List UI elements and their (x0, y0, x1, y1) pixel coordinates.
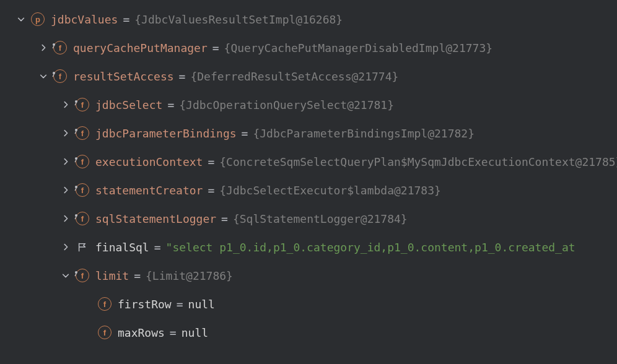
variable-name: limit (95, 269, 129, 282)
variable-name: firstRow (118, 298, 172, 311)
field-icon: f (98, 326, 112, 339)
chevron-right-icon[interactable] (59, 127, 72, 139)
field-pinned-icon: f (76, 98, 89, 111)
variable-name: statementCreator (95, 184, 203, 197)
variable-name: jdbcParameterBindings (95, 127, 237, 140)
field-pinned-icon: f (76, 269, 89, 282)
field-pinned-icon: f (53, 69, 67, 83)
equals-sign: = (208, 155, 214, 168)
variable-name: executionContext (95, 155, 203, 168)
variable-row[interactable]: fstatementCreator={JdbcSelectExecutor$la… (0, 176, 617, 204)
equals-sign: = (154, 241, 161, 254)
chevron-down-icon[interactable] (59, 269, 72, 282)
variable-row[interactable]: fjdbcSelect={JdbcOperationQuerySelect@21… (0, 90, 617, 119)
chevron-right-icon[interactable] (59, 98, 72, 111)
variable-row[interactable]: fsqlStatementLogger={SqlStatementLogger@… (0, 204, 617, 233)
field-icon: f (98, 297, 112, 311)
variable-row[interactable]: ffirstRow=null (0, 290, 617, 318)
svg-line-15 (75, 274, 76, 276)
chevron-right-icon[interactable] (59, 241, 72, 253)
variable-name: queryCachePutManager (73, 41, 208, 54)
equals-sign: = (167, 98, 174, 111)
equals-sign: = (208, 184, 214, 197)
chevron-right-icon[interactable] (59, 184, 72, 196)
variable-value: null (182, 326, 208, 339)
variable-value: null (188, 298, 215, 311)
equals-sign: = (134, 269, 141, 282)
variable-row[interactable]: fjdbcParameterBindings={JdbcParameterBin… (0, 119, 617, 147)
variable-value: {Limit@21786} (146, 269, 233, 282)
variable-value: {JdbcValuesResultSetImpl@16268} (134, 13, 343, 26)
svg-line-9 (75, 160, 76, 162)
property-icon: p (31, 12, 45, 26)
variable-row[interactable]: fexecutionContext={ConcreteSqmSelectQuer… (0, 147, 617, 176)
variable-row[interactable]: finalSql="select p1_0.id,p1_0.category_i… (0, 233, 617, 261)
svg-line-5 (75, 103, 76, 105)
variable-value: {QueryCachePutManagerDisabledImpl@21773} (224, 41, 492, 54)
svg-line-11 (75, 188, 76, 191)
flag-icon (76, 240, 89, 254)
equals-sign: = (242, 127, 248, 140)
svg-line-1 (53, 46, 54, 48)
svg-point-6 (75, 129, 77, 131)
chevron-right-icon[interactable] (59, 212, 72, 225)
variable-value: {JdbcParameterBindingsImpl@21782} (253, 127, 475, 140)
variable-value: {ConcreteSqmSelectQueryPlan$MySqmJdbcExe… (219, 155, 617, 168)
variable-value: "select p1_0.id,p1_0.category_id,p1_0.co… (166, 241, 575, 254)
svg-line-13 (75, 217, 76, 219)
variable-row[interactable]: flimit={Limit@21786} (0, 261, 617, 290)
field-pinned-icon: f (76, 212, 89, 225)
variable-name: maxRows (118, 326, 165, 339)
debugger-variables-tree: pjdbcValues={JdbcValuesResultSetImpl@162… (0, 0, 617, 347)
svg-point-2 (53, 72, 55, 74)
svg-point-14 (75, 271, 77, 274)
variable-name: jdbcValues (51, 13, 118, 26)
svg-line-7 (75, 131, 76, 134)
variable-value: {JdbcOperationQuerySelect@21781} (179, 98, 394, 111)
svg-point-10 (75, 186, 77, 188)
equals-sign: = (221, 212, 228, 225)
variable-row[interactable]: pjdbcValues={JdbcValuesResultSetImpl@162… (0, 5, 617, 33)
svg-point-4 (75, 100, 77, 103)
variable-value: {JdbcSelectExecutor$lambda@21783} (219, 184, 441, 197)
variable-name: jdbcSelect (95, 98, 162, 111)
field-pinned-icon: f (76, 155, 89, 168)
equals-sign: = (177, 298, 183, 311)
svg-point-12 (75, 214, 77, 217)
chevron-right-icon[interactable] (37, 41, 50, 54)
svg-point-8 (75, 157, 77, 160)
variable-value: {DeferredResultSetAccess@21774} (190, 70, 398, 83)
equals-sign: = (179, 70, 186, 83)
field-pinned-icon: f (76, 183, 89, 197)
equals-sign: = (123, 13, 129, 26)
variable-row[interactable]: fresultSetAccess={DeferredResultSetAcces… (0, 62, 617, 90)
equals-sign: = (170, 326, 177, 339)
variable-name: sqlStatementLogger (95, 212, 216, 225)
field-pinned-icon: f (76, 126, 89, 140)
field-pinned-icon: f (53, 41, 67, 54)
equals-sign: = (212, 41, 219, 54)
chevron-down-icon[interactable] (37, 70, 50, 82)
variable-row[interactable]: fqueryCachePutManager={QueryCachePutMana… (0, 33, 617, 62)
variable-name: resultSetAccess (73, 70, 174, 83)
variable-value: {SqlStatementLogger@21784} (233, 212, 408, 225)
variable-row[interactable]: fmaxRows=null (0, 318, 617, 347)
chevron-right-icon[interactable] (59, 155, 72, 168)
svg-point-0 (53, 43, 55, 46)
svg-line-3 (53, 74, 54, 77)
variable-name: finalSql (95, 241, 149, 254)
chevron-down-icon[interactable] (15, 13, 27, 25)
